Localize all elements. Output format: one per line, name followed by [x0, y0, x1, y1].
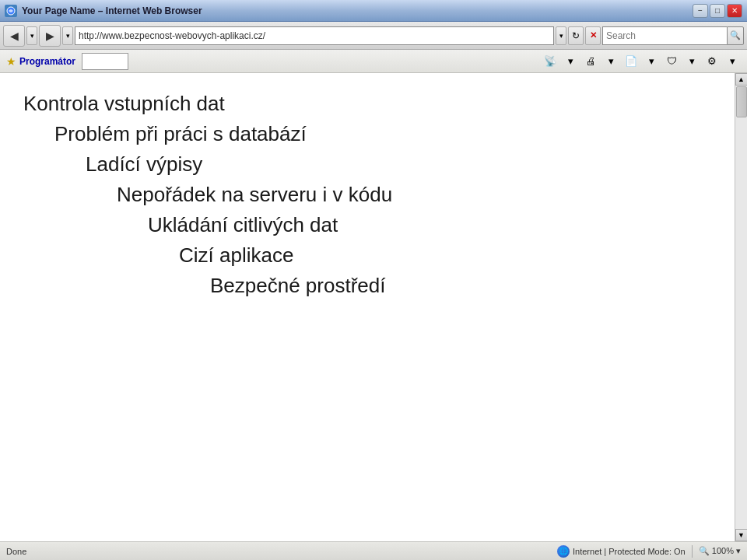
programator-link[interactable]: Programátor	[19, 56, 75, 67]
favorites-star-icon: ★	[6, 55, 16, 68]
search-button[interactable]: 🔍	[727, 26, 744, 45]
close-button[interactable]: ✕	[727, 4, 742, 18]
window-title: Your Page Name – Internet Web Browser	[22, 5, 693, 16]
outline-item-7: Bezpečné prostředí	[210, 271, 711, 301]
status-bar: Done 🌐 Internet | Protected Mode: On 🔍 1…	[0, 541, 747, 560]
back-dropdown[interactable]: ▾	[26, 26, 37, 45]
outline-item-3: Ladící výpisy	[86, 149, 711, 180]
minimize-button[interactable]: −	[693, 4, 708, 18]
stop-button[interactable]: ✕	[585, 26, 601, 45]
zoom-dropdown-icon: ▾	[736, 546, 741, 555]
outline-item-4: Nepořádek na serveru i v kódu	[117, 180, 711, 210]
search-container: 🔍	[602, 26, 744, 45]
fav-toolbar-icons: 📡 ▾ 🖨 ▾ 📄 ▾ 🛡 ▾ ⚙ ▾	[542, 53, 741, 70]
scrollbar: ▲ ▼	[735, 73, 747, 541]
outline-item-1: Kontrola vstupních dat	[23, 89, 711, 119]
title-bar: Your Page Name – Internet Web Browser − …	[0, 0, 747, 22]
restore-button[interactable]: □	[710, 4, 725, 18]
tools-button[interactable]: ⚙	[703, 53, 721, 70]
forward-dropdown[interactable]: ▾	[62, 26, 73, 45]
print-dropdown[interactable]: ▾	[602, 53, 619, 70]
tools-dropdown[interactable]: ▾	[724, 53, 741, 70]
scroll-up-arrow[interactable]: ▲	[735, 73, 748, 86]
scroll-track[interactable]	[735, 86, 748, 529]
refresh-button[interactable]: ↻	[568, 26, 584, 45]
zoom-level: 100%	[712, 546, 734, 555]
nav-bar: ◀ ▾ ▶ ▾ ▾ ↻ ✕ 🔍	[0, 22, 747, 50]
status-text: Done	[6, 547, 551, 556]
forward-button[interactable]: ▶	[39, 25, 61, 47]
scroll-thumb[interactable]	[736, 86, 747, 117]
outline-item-2: Problém při práci s databází	[54, 119, 711, 149]
scroll-down-arrow[interactable]: ▼	[735, 529, 748, 541]
safety-button[interactable]: 🛡	[663, 53, 680, 70]
address-bar-container: ▾ ↻ ✕	[75, 26, 601, 45]
status-separator	[692, 545, 693, 558]
print-icon: 🖨	[586, 55, 596, 67]
outline-item-5: Ukládání citlivých dat	[148, 210, 711, 240]
globe-icon: 🌐	[557, 545, 570, 558]
print-button[interactable]: 🖨	[582, 53, 599, 70]
page-dropdown[interactable]: ▾	[643, 53, 660, 70]
window-icon	[5, 5, 17, 17]
status-icons: 🌐 Internet | Protected Mode: On	[557, 545, 686, 558]
feeds-dropdown[interactable]: ▾	[562, 53, 579, 70]
search-input[interactable]	[602, 26, 727, 45]
favorites-bar: ★ Programátor 📡 ▾ 🖨 ▾ 📄 ▾ 🛡 ▾ ⚙ ▾	[0, 50, 747, 73]
browser-content-wrapper: Kontrola vstupních datProblém při práci …	[0, 73, 747, 541]
page-icon: 📄	[625, 55, 637, 67]
back-button[interactable]: ◀	[3, 25, 25, 47]
feeds-button[interactable]: 📡	[542, 53, 559, 70]
address-input[interactable]	[75, 26, 554, 45]
status-zone: Internet | Protected Mode: On	[573, 547, 686, 556]
safety-dropdown[interactable]: ▾	[683, 53, 700, 70]
outline-list: Kontrola vstupních datProblém při práci …	[23, 89, 711, 301]
page-button[interactable]: 📄	[622, 53, 640, 70]
tools-icon: ⚙	[707, 55, 717, 67]
window-controls: − □ ✕	[693, 4, 742, 18]
browser-content: Kontrola vstupních datProblém při práci …	[0, 73, 735, 541]
fav-input-box[interactable]	[82, 53, 128, 70]
outline-item-6: Cizí aplikace	[179, 240, 711, 271]
feeds-icon: 📡	[544, 55, 556, 67]
search-icon: 🔍	[730, 30, 741, 40]
address-dropdown[interactable]: ▾	[556, 26, 566, 45]
safety-icon: 🛡	[667, 55, 677, 67]
zoom-control[interactable]: 🔍 100% ▾	[699, 546, 741, 556]
zoom-icon: 🔍	[699, 546, 710, 555]
